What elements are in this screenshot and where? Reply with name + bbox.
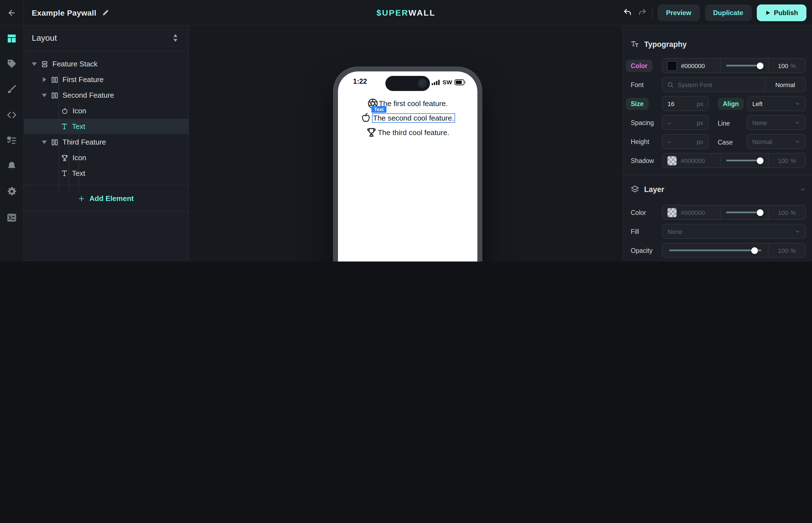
font-search-input[interactable]: System Font [663,77,765,92]
font-weight-value: Normal [775,81,795,88]
back-button[interactable] [0,0,24,25]
panel-divider [23,211,189,212]
font-label: Font [631,81,644,88]
chevron-down-icon [795,101,800,106]
publish-button[interactable]: Publish [756,4,807,21]
tree-item-second-text[interactable]: Text [23,119,189,134]
percent-unit: % [791,62,796,69]
tree-item-third-icon[interactable]: Icon [23,150,189,165]
columns-icon [51,91,59,99]
inspector-panel: Typography Color #000000 100 % Font [622,25,812,262]
settings-tab-icon[interactable] [6,186,17,197]
px-unit: px [697,119,703,126]
feature-stack-element[interactable]: The first cool feature. Text The second … [338,98,477,138]
second-feature-element[interactable]: Text The second cool feature. [360,112,455,123]
layer-color-hex: #000000 [681,209,705,216]
size-property-pill[interactable]: Size [626,97,648,110]
reorder-button[interactable] [172,34,178,42]
shadow-opacity-slider[interactable] [721,154,769,167]
color-hex-value: #000000 [681,62,705,69]
console-tab-icon[interactable] [6,212,17,223]
notifications-tab-icon[interactable] [6,161,17,171]
layout-icon [6,33,17,44]
section-layer[interactable]: Layer [631,184,806,195]
paywall-screen[interactable]: 1:22 SW The first cool feature. Text [338,71,477,262]
opacity-slider[interactable] [663,244,769,257]
products-tab-icon[interactable] [6,58,17,69]
slider-knob[interactable] [752,247,758,254]
apple-icon [61,107,69,115]
trophy-icon [61,154,69,162]
redo-button[interactable] [638,8,647,17]
layer-color-opacity[interactable]: 100 % [769,205,805,219]
layer-color-hex-field[interactable]: #000000 [663,205,721,219]
fill-select[interactable]: None [662,224,806,239]
tree-item-second-icon[interactable]: Icon [23,103,189,118]
layout-tab-icon[interactable] [6,33,17,44]
section-divider [623,175,812,175]
tree-item-third-feature[interactable]: Third Feature [23,134,189,149]
rules-tab-icon[interactable] [6,136,17,146]
tree-item-second-feature[interactable]: Second Feature [23,88,189,103]
edit-title-button[interactable] [102,9,109,16]
line-select[interactable]: None [747,115,806,130]
case-select[interactable]: Normal [747,134,806,149]
tree-item-feature-stack[interactable]: Feature Stack [23,56,189,71]
slider-knob[interactable] [757,157,763,164]
height-value: – [667,138,671,145]
opacity-value: 100 [778,209,788,216]
fill-value: None [667,228,682,235]
canvas[interactable]: 1:22 SW The first cool feature. Text [189,25,622,262]
percent-unit: % [791,209,796,216]
align-property-pill[interactable]: Align [718,97,744,110]
opacity-group: 100 % [662,243,806,258]
panel-divider [23,51,189,51]
shadow-swatch[interactable] [667,156,677,165]
color-opacity-field[interactable]: 100 % [769,59,805,73]
third-feature-element[interactable]: The third cool feature. [366,127,450,138]
code-tab-icon[interactable] [6,110,17,120]
caret-down-icon [32,61,37,67]
preview-button[interactable]: Preview [658,4,700,21]
status-time: 1:22 [353,77,367,85]
add-element-button[interactable]: Add Element [23,191,189,206]
spacing-input[interactable]: – px [662,115,709,130]
font-size-input[interactable]: 16 px [662,96,709,111]
duplicate-button[interactable]: Duplicate [705,4,752,21]
color-property-pill[interactable]: Color [626,59,653,72]
shadow-hex-field[interactable]: #000000 [663,154,721,167]
percent-unit: % [791,247,796,254]
typography-height-row: Height – px Case Normal [631,134,806,149]
shadow-opacity-field[interactable]: 100 % [769,154,805,167]
tree-item-third-text[interactable]: Text [23,166,189,181]
selected-text-element[interactable]: Text The second cool feature. [372,113,455,123]
typography-size-row: Size 16 px Align Left [631,96,806,111]
slider-knob[interactable] [757,209,763,216]
caret-down-icon [41,93,46,98]
height-label: Height [631,138,649,145]
sort-icon [172,34,178,42]
section-typography[interactable]: Typography [631,38,806,50]
layer-color-slider[interactable] [721,205,769,219]
align-select[interactable]: Left [747,96,806,111]
font-placeholder: System Font [678,81,712,88]
arrow-left-icon [7,8,16,17]
undo-button[interactable] [623,8,633,17]
layer-color-swatch[interactable] [667,208,677,217]
font-weight-select[interactable]: Normal [765,77,805,92]
line-height-input[interactable]: – px [662,134,709,149]
color-hex-field[interactable]: #000000 [663,59,721,73]
align-value: Left [752,100,763,107]
slider-knob[interactable] [757,62,763,69]
color-swatch[interactable] [667,60,677,71]
tree-item-first-feature[interactable]: First Feature [23,72,189,87]
color-opacity-slider[interactable] [721,59,769,73]
layer-fill-row: Fill None [631,224,806,239]
typography-font-row: Font System Font Normal [631,77,806,92]
font-control-group: System Font Normal [662,77,806,92]
opacity-label: Opacity [631,247,653,254]
left-icon-rail [0,25,24,262]
theme-tab-icon[interactable] [6,84,17,95]
tree-item-label: Icon [73,154,86,162]
opacity-field[interactable]: 100 % [769,244,805,257]
